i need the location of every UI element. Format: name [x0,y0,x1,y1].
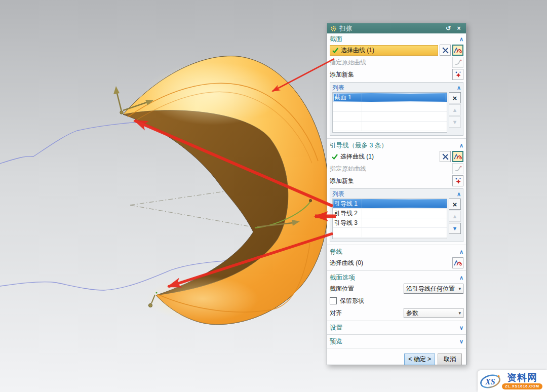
close-button[interactable]: × [455,24,463,32]
section-specify-original-button[interactable] [452,57,463,68]
group-separator [327,334,466,335]
collapse-chevron-icon[interactable]: ∧ [459,36,463,42]
section-select-curve-label: 选择曲线 (1) [341,46,374,55]
curve-select-icon [454,153,462,161]
section-list-row-2[interactable] [333,102,447,112]
add-new-set-icon [454,177,462,185]
dialog-title: 扫掠 [339,24,442,33]
section-position-label: 截面位置 [330,285,354,293]
section-select-curve-row[interactable]: 选择曲线 (1) [330,45,438,56]
collapse-chevron-icon[interactable]: ∧ [457,85,461,91]
expand-chevron-icon[interactable]: ∨ [459,325,463,331]
settings-group-title: 设置 [330,324,342,332]
section-position-dropdown[interactable]: 沿引导线任何位置 ▾ [404,284,463,294]
check-icon [332,154,338,160]
guide-curve-select-button[interactable] [452,151,463,162]
guide-deselect-button[interactable] [440,151,451,162]
sweep-dialog: 扫掠 ↺ × 截面 ∧ 选择曲线 (1) [327,23,466,365]
section-list-panel: 列表 ∧ 截面 1 × [330,82,463,136]
x-swap-icon [442,47,449,54]
xs-logo-icon: XS [479,372,501,390]
section-list-move-up-button[interactable]: ▲ [449,104,461,115]
section-list-remove-button[interactable]: × [449,92,461,103]
section-list-row-1[interactable]: 截面 1 [333,93,447,102]
guide-group-header[interactable]: 引导线（最多 3 条） ∧ [330,140,463,150]
guide-list-row-4[interactable] [333,228,447,238]
arrow-up-icon: ▲ [452,213,458,219]
guide-list[interactable]: 引导线 1 引导线 2 引导线 3 [332,199,447,239]
keep-shape-checkbox[interactable] [330,297,337,304]
spine-curve-select-button[interactable] [452,257,463,268]
keep-shape-label: 保留形状 [340,297,364,305]
expand-chevron-icon[interactable]: ∨ [459,339,463,344]
guide-list-move-down-button[interactable]: ▼ [449,223,461,234]
guide-list-row-3[interactable]: 引导线 3 [333,218,447,228]
align-value: 参数 [406,309,458,318]
dialog-titlebar[interactable]: 扫掠 ↺ × [327,23,466,33]
settings-group-header[interactable]: 设置 ∨ [330,323,463,333]
preview-group-header[interactable]: 预览 ∨ [330,336,463,346]
application-window: 扫掠 ↺ × 截面 ∧ 选择曲线 (1) [0,0,547,392]
collapse-chevron-icon[interactable]: ∧ [457,191,461,197]
options-group-header[interactable]: 截面选项 ∧ [330,272,463,283]
watermark-site-url[interactable]: ZL.XS1616.COM [502,383,542,389]
section-list[interactable]: 截面 1 [332,92,447,133]
collapse-chevron-icon[interactable]: ∧ [459,249,463,255]
guide-list-item-label: 引导线 2 [333,209,362,218]
section-position-value: 沿引导线任何位置 [406,285,458,293]
options-group-title: 截面选项 [330,273,355,282]
section-curve-select-button[interactable] [452,45,463,56]
collapse-chevron-icon[interactable]: ∧ [459,275,463,281]
spine-group-header[interactable]: 脊线 ∧ [330,247,463,257]
spine-select-curve-label: 选择曲线 (0) [330,259,363,267]
reset-button[interactable]: ↺ [444,24,452,32]
section-deselect-button[interactable] [440,45,451,56]
curve-select-icon [454,47,462,54]
ok-button[interactable]: < 确定 > [404,354,435,365]
remove-x-icon: × [453,94,457,102]
group-separator [327,245,466,245]
original-curve-icon [454,59,462,66]
dialog-footer: < 确定 > 取消 [330,350,463,370]
collapse-chevron-icon[interactable]: ∧ [459,143,463,148]
guide-list-remove-button[interactable]: × [449,199,461,210]
guide-group-title: 引导线（最多 3 条） [330,141,387,150]
spine-group-title: 脊线 [330,248,342,256]
section-add-new-set-button[interactable] [452,69,463,80]
gear-icon [330,25,337,32]
guide-select-curve-label: 选择曲线 (1) [340,152,374,161]
group-separator [327,348,466,348]
cancel-button[interactable]: 取消 [438,354,462,365]
section-list-header[interactable]: 列表 ∧ [332,83,461,92]
surface-highlight-top [144,62,281,125]
watermark-site-name: 资料网 [507,373,537,382]
group-separator [327,321,466,321]
guide-list-panel: 列表 ∧ 引导线 1 引导线 2 引导线 3 [330,188,463,242]
watermark-card: XS 资料网 ZL.XS1616.COM [478,370,547,392]
section-list-row-4[interactable] [333,122,447,131]
guide-add-new-set-label: 添加新集 [330,177,354,185]
guide-list-item-label: 引导线 1 [333,199,362,208]
original-curve-icon [454,165,462,172]
section-add-new-set-label: 添加新集 [330,70,354,79]
section-specify-original-label: 指定原始曲线 [330,58,366,67]
guide-list-move-up-button[interactable]: ▲ [449,211,461,222]
surface-highlight-bottom [147,276,258,322]
guide-add-new-set-button[interactable] [452,175,463,186]
section-list-row-3[interactable] [333,112,447,122]
arrow-down-icon: ▼ [452,119,458,125]
arrow-down-icon: ▼ [452,225,458,231]
section-group-header[interactable]: 截面 ∧ [330,34,463,44]
guide-list-row-2[interactable]: 引导线 2 [333,209,447,218]
chevron-down-icon: ▾ [458,286,461,291]
section-list-item-label: 截面 1 [333,93,362,102]
align-dropdown[interactable]: 参数 ▾ [404,308,463,318]
section-list-move-down-button[interactable]: ▼ [449,116,461,128]
guide-list-item-label: 引导线 3 [333,218,362,227]
guide-endpoint-dot [309,199,311,202]
guide-select-curve-row[interactable]: 选择曲线 (1) [330,152,438,161]
guide-specify-original-button[interactable] [452,163,463,174]
guide-list-row-1[interactable]: 引导线 1 [333,199,447,209]
svg-text:XS: XS [485,377,495,386]
guide-list-header[interactable]: 列表 ∧ [332,189,461,199]
